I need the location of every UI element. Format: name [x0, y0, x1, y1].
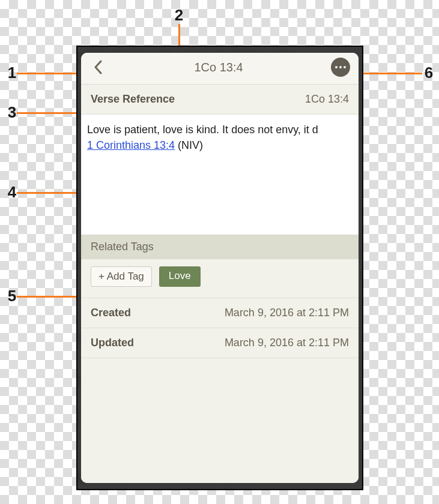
callout-line-4 [17, 192, 79, 194]
callout-line-1 [17, 73, 79, 74]
tag-chip-love[interactable]: Love [159, 266, 201, 287]
phone-frame: made through about him, an ning. There h… [76, 46, 363, 490]
note-text-prefix: Love is patient, love is kind. It does n… [87, 124, 318, 136]
created-value: March 9, 2016 at 2:11 PM [225, 307, 349, 319]
tags-row: + Add Tag Love [81, 259, 359, 298]
verse-reference-value: 1Co 13:4 [305, 93, 349, 106]
callout-6: 6 [422, 64, 436, 82]
chevron-left-icon [94, 60, 102, 74]
note-text-suffix: (NIV) [175, 139, 203, 151]
more-icon [335, 66, 338, 68]
updated-row: Updated March 9, 2016 at 2:11 PM [81, 328, 359, 358]
panel-header: 1Co 13:4 [81, 53, 359, 85]
created-row: Created March 9, 2016 at 2:11 PM [81, 298, 359, 328]
callout-line-3 [17, 112, 79, 114]
note-body[interactable]: Love is patient, love is kind. It does n… [81, 115, 359, 235]
note-panel: 1Co 13:4 Verse Reference 1Co 13:4 Love i… [81, 53, 359, 483]
note-verse-link[interactable]: 1 Corinthians 13:4 [87, 139, 175, 151]
verse-reference-row[interactable]: Verse Reference 1Co 13:4 [81, 85, 359, 115]
panel-filler [81, 358, 359, 483]
callout-line-5 [17, 296, 79, 298]
more-button[interactable] [331, 58, 350, 77]
created-label: Created [91, 307, 131, 319]
callout-2: 2 [172, 6, 186, 25]
callout-line-6 [360, 73, 422, 74]
verse-reference-label: Verse Reference [91, 93, 175, 106]
updated-label: Updated [91, 337, 134, 349]
updated-value: March 9, 2016 at 2:11 PM [225, 337, 349, 349]
header-title: 1Co 13:4 [194, 61, 243, 74]
back-button[interactable] [89, 59, 106, 76]
add-tag-button[interactable]: + Add Tag [91, 266, 152, 287]
related-tags-heading: Related Tags [81, 235, 359, 259]
